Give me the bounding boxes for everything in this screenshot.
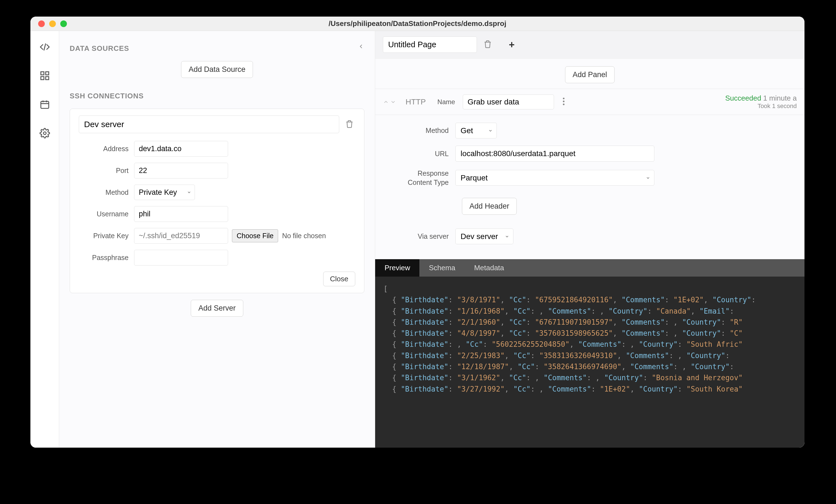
add-server-button[interactable]: Add Server	[191, 300, 243, 317]
svg-rect-2	[41, 77, 44, 80]
address-label: Address	[79, 145, 134, 153]
delete-page-icon[interactable]	[482, 38, 493, 51]
app-window: /Users/philipeaton/DataStationProjects/d…	[31, 17, 804, 448]
passphrase-input[interactable]	[134, 250, 228, 266]
port-input[interactable]	[134, 163, 228, 178]
icon-rail	[31, 31, 59, 448]
sidebar: DATA SOURCES Add Data Source SSH CONNECT…	[59, 31, 375, 448]
file-status: No file chosen	[282, 232, 326, 240]
svg-point-5	[43, 132, 46, 135]
ssh-name-input[interactable]	[79, 116, 339, 133]
url-label: URL	[386, 150, 455, 158]
method-select[interactable]: Private Key	[134, 185, 195, 200]
tab-preview[interactable]: Preview	[375, 259, 419, 277]
panel-type-label: HTTP	[405, 98, 426, 106]
panel-name-input[interactable]	[463, 95, 554, 110]
close-window-button[interactable]	[38, 20, 45, 27]
tab-schema[interactable]: Schema	[419, 259, 464, 277]
port-label: Port	[79, 167, 134, 175]
main-area: + Add Panel HTTP Name	[375, 31, 804, 448]
page-name-input[interactable]	[383, 37, 477, 53]
panel-status: Succeeded 1 minute a Took 1 second	[725, 94, 797, 110]
minimize-window-button[interactable]	[49, 20, 56, 27]
svg-rect-4	[41, 101, 49, 108]
results-tabs: Preview Schema Metadata	[375, 259, 804, 277]
private-key-label: Private Key	[79, 232, 134, 240]
http-method-label: Method	[386, 127, 455, 135]
status-time: 1 minute a	[763, 94, 797, 102]
panel-reorder[interactable]	[383, 99, 396, 105]
code-icon[interactable]	[39, 41, 51, 53]
ssh-connection-card: Address Port Method Private Key Username	[70, 109, 364, 293]
page-header: +	[375, 31, 804, 59]
panel-body: Method Get URL Response Content Type	[375, 115, 804, 259]
svg-rect-3	[45, 77, 49, 80]
http-method-select[interactable]: Get	[455, 123, 497, 138]
gear-icon[interactable]	[39, 127, 51, 139]
add-data-source-button[interactable]: Add Data Source	[181, 61, 253, 78]
content-type-label: Response Content Type	[386, 169, 455, 187]
content-type-select[interactable]: Parquet	[455, 170, 654, 186]
http-panel: HTTP Name Succeeded 1 minute a Took 1 se…	[375, 89, 804, 448]
svg-point-7	[563, 101, 565, 102]
ssh-connections-title: SSH CONNECTIONS	[70, 92, 364, 100]
calendar-icon[interactable]	[39, 98, 51, 111]
dashboard-icon[interactable]	[39, 70, 51, 82]
via-server-select[interactable]: Dev server	[455, 229, 513, 244]
add-panel-button[interactable]: Add Panel	[565, 66, 614, 83]
method-label: Method	[79, 189, 134, 196]
svg-rect-1	[45, 72, 49, 75]
svg-point-8	[563, 104, 565, 105]
delete-ssh-icon[interactable]	[344, 118, 355, 131]
add-page-icon[interactable]: +	[504, 37, 519, 53]
add-header-button[interactable]: Add Header	[462, 198, 517, 215]
kebab-menu-icon[interactable]	[562, 97, 565, 106]
close-card-button[interactable]: Close	[323, 272, 355, 286]
via-server-label: Via server	[386, 232, 455, 240]
zoom-window-button[interactable]	[60, 20, 67, 27]
passphrase-label: Passphrase	[79, 254, 134, 262]
preview-pane[interactable]: [ { "Birthdate": "3/8/1971", "Cc": "6759…	[375, 277, 804, 448]
svg-point-6	[563, 98, 565, 99]
status-duration: Took 1 second	[725, 102, 797, 110]
collapse-sidebar-icon[interactable]	[358, 43, 364, 51]
status-succeeded: Succeeded	[725, 94, 761, 102]
private-key-input[interactable]	[134, 228, 228, 244]
panel-header: HTTP Name Succeeded 1 minute a Took 1 se…	[375, 89, 804, 115]
address-input[interactable]	[134, 141, 228, 157]
username-input[interactable]	[134, 206, 228, 222]
window-title: /Users/philipeaton/DataStationProjects/d…	[31, 19, 804, 28]
username-label: Username	[79, 210, 134, 218]
svg-rect-0	[41, 72, 44, 75]
tab-metadata[interactable]: Metadata	[465, 259, 513, 277]
traffic-lights	[31, 20, 67, 27]
data-sources-title: DATA SOURCES	[70, 44, 364, 53]
url-input[interactable]	[455, 146, 654, 162]
titlebar: /Users/philipeaton/DataStationProjects/d…	[31, 17, 804, 31]
choose-file-button[interactable]: Choose File	[232, 229, 278, 242]
panel-name-label: Name	[437, 98, 455, 106]
